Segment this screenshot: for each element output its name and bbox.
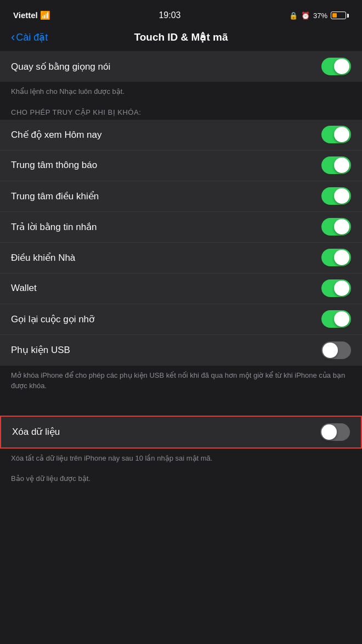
- missed-call-toggle[interactable]: [321, 310, 351, 328]
- battery-percent: 37%: [313, 12, 327, 20]
- status-icons: 🔒 ⏰ 37%: [289, 12, 349, 20]
- reply-message-cell[interactable]: Trả lời bằng tin nhắn: [0, 212, 362, 243]
- control-center-toggle[interactable]: [321, 187, 351, 205]
- today-view-label: Chế độ xem Hôm nay: [11, 129, 102, 141]
- erase-note-2: Bảo vệ dữ liệu được bật.: [0, 469, 362, 490]
- home-control-label: Điều khiển Nhà: [11, 252, 75, 264]
- back-label: Cài đặt: [16, 31, 48, 43]
- missed-call-cell[interactable]: Gọi lại cuộc gọi nhỡ: [0, 304, 362, 335]
- lock-icon: 🔒: [289, 12, 298, 20]
- control-center-label: Trung tâm điều khiển: [11, 191, 99, 202]
- usb-accessories-cell[interactable]: Phụ kiện USB: [0, 335, 362, 366]
- control-center-cell[interactable]: Trung tâm điều khiển: [0, 181, 362, 212]
- voice-dial-cell[interactable]: Quay số bằng giọng nói: [0, 51, 362, 82]
- carrier-signal: Viettel 📶: [13, 10, 50, 20]
- voice-dial-group: Quay số bằng giọng nói: [0, 51, 362, 82]
- access-locked-section: CHO PHÉP TRUY CẬP KHI BỊ KHÓA: Chế độ xe…: [0, 103, 362, 397]
- home-control-toggle[interactable]: [321, 249, 351, 266]
- back-button[interactable]: ‹ Cài đặt: [11, 31, 48, 43]
- erase-data-label: Xóa dữ liệu: [12, 426, 60, 438]
- wallet-cell[interactable]: Wallet: [0, 273, 362, 304]
- voice-dial-note: Khẩu lệnh cho Nhạc luôn được bật.: [0, 82, 362, 103]
- today-view-cell[interactable]: Chế độ xem Hôm nay: [0, 120, 362, 150]
- wallet-label: Wallet: [11, 283, 37, 294]
- section-spacer: [0, 397, 362, 416]
- erase-data-group: Xóa dữ liệu: [1, 417, 361, 447]
- erase-data-cell[interactable]: Xóa dữ liệu: [1, 417, 361, 447]
- notification-center-cell[interactable]: Trung tâm thông báo: [0, 150, 362, 181]
- alarm-icon: ⏰: [301, 12, 310, 20]
- home-control-cell[interactable]: Điều khiển Nhà: [0, 243, 362, 273]
- page-title: Touch ID & Mật mã: [134, 31, 228, 43]
- voice-dial-section: Quay số bằng giọng nói Khẩu lệnh cho Nhạ…: [0, 51, 362, 103]
- access-items-group: Chế độ xem Hôm nay Trung tâm thông báo T…: [0, 120, 362, 366]
- chevron-left-icon: ‹: [11, 31, 15, 43]
- voice-dial-label: Quay số bằng giọng nói: [11, 61, 110, 72]
- battery-icon: [331, 12, 349, 19]
- reply-message-label: Trả lời bằng tin nhắn: [11, 221, 97, 233]
- notification-center-label: Trung tâm thông báo: [11, 160, 97, 171]
- status-bar: Viettel 📶 19:03 🔒 ⏰ 37%: [0, 0, 362, 27]
- erase-data-toggle[interactable]: [320, 423, 350, 441]
- wallet-toggle[interactable]: [321, 279, 351, 297]
- notification-center-toggle[interactable]: [321, 156, 351, 174]
- usb-note: Mở khóa iPhone để cho phép các phụ kiện …: [0, 366, 362, 397]
- erase-note-1: Xóa tất cả dữ liệu trên iPhone này sau 1…: [0, 449, 362, 469]
- usb-accessories-label: Phụ kiện USB: [11, 344, 70, 356]
- reply-message-toggle[interactable]: [321, 218, 351, 236]
- usb-accessories-toggle[interactable]: [321, 341, 351, 359]
- today-view-toggle[interactable]: [321, 126, 351, 143]
- missed-call-label: Gọi lại cuộc gọi nhỡ: [11, 313, 94, 325]
- nav-bar: ‹ Cài đặt Touch ID & Mật mã: [0, 27, 362, 51]
- erase-data-highlighted-section: Xóa dữ liệu: [0, 416, 362, 449]
- voice-dial-toggle[interactable]: [321, 58, 351, 75]
- access-header: CHO PHÉP TRUY CẬP KHI BỊ KHÓA:: [0, 103, 362, 120]
- clock: 19:03: [159, 10, 180, 20]
